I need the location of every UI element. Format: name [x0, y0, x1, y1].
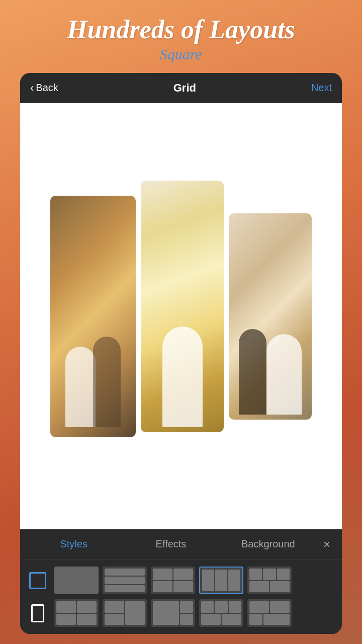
layout-thumb-4[interactable]: [199, 567, 243, 594]
tab-background[interactable]: Background: [220, 533, 317, 555]
canvas-area: [20, 103, 342, 529]
layout-thumb-r2-3[interactable]: [151, 599, 195, 627]
layout-thumb-r2-2[interactable]: [103, 599, 147, 627]
layout-thumb-r2-5[interactable]: [247, 599, 292, 627]
toolbar-area: Styles Effects Background ×: [20, 529, 342, 634]
toolbar-tabs: Styles Effects Background ×: [20, 529, 342, 559]
layout-thumb-r2-1[interactable]: [54, 599, 99, 627]
square-icon: [29, 572, 46, 589]
layout-row-2: [25, 599, 337, 627]
portrait-icon: [31, 604, 44, 622]
layout-grid: [20, 559, 342, 634]
layout-thumb-2[interactable]: [103, 567, 147, 594]
portrait-orientation[interactable]: [25, 599, 50, 627]
next-button[interactable]: Next: [311, 82, 332, 94]
tab-effects[interactable]: Effects: [122, 533, 219, 555]
photo-slot-3[interactable]: [229, 213, 312, 420]
nav-title: Grid: [173, 82, 196, 95]
main-title: Hundreds of Layouts: [10, 15, 352, 44]
layout-thumb-r2-4[interactable]: [199, 599, 243, 627]
photo-slot-2[interactable]: [141, 181, 224, 432]
nav-bar: ‹ Back Grid Next: [20, 73, 342, 103]
photo-grid: [30, 113, 332, 519]
photo-col-center: [141, 181, 224, 432]
tab-styles[interactable]: Styles: [25, 533, 122, 555]
back-button[interactable]: ‹ Back: [30, 82, 58, 95]
back-label: Back: [36, 82, 58, 94]
photo-slot-1[interactable]: [50, 196, 136, 437]
photo-col-right: [229, 213, 312, 420]
square-orientation[interactable]: [25, 567, 50, 594]
close-button[interactable]: ×: [317, 537, 337, 551]
phone-frame: ‹ Back Grid Next Styles Effects Backgrou…: [20, 73, 342, 634]
photo-col-left: [50, 196, 136, 437]
layout-thumb-3[interactable]: [151, 567, 195, 594]
header-area: Hundreds of Layouts Square: [0, 0, 362, 73]
back-chevron-icon: ‹: [30, 82, 34, 95]
layout-thumb-5[interactable]: [247, 567, 292, 594]
sub-title: Square: [10, 46, 352, 63]
layout-thumb-1[interactable]: [54, 567, 99, 594]
layout-row-1: [25, 567, 337, 594]
